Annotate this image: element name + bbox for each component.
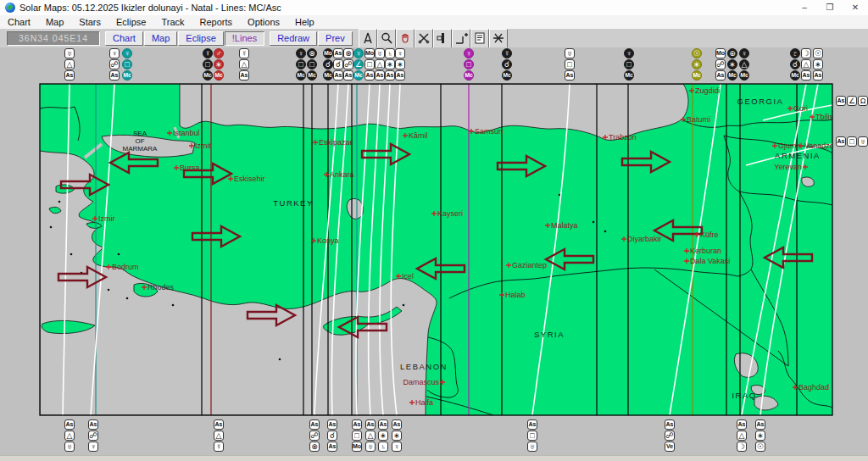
line-label-chip: As — [565, 70, 575, 81]
line-label-top: ♄∗As — [385, 48, 395, 81]
line-label-chip: ∗ — [385, 59, 395, 69]
line-label-chip: ♆ — [88, 442, 98, 452]
line-label-chip: ☉ — [813, 48, 823, 58]
menu-options[interactable]: Options — [240, 15, 287, 29]
pan-hand-icon-button[interactable] — [396, 29, 415, 48]
line-label-top: ♅△As — [375, 48, 385, 81]
city-name: Diyarbakir — [627, 235, 662, 243]
line-label-chip: As — [333, 48, 343, 58]
islet-dot — [118, 253, 120, 256]
city-name: Eskisehir — [234, 175, 265, 183]
menu-stars[interactable]: Stars — [71, 15, 108, 29]
clamp-icon-button[interactable] — [433, 29, 452, 48]
line-label-chip: As — [64, 419, 75, 430]
restore-button[interactable]: ❐ — [817, 1, 843, 15]
city-name: Baghdad — [798, 383, 829, 392]
zoom-icon-button[interactable] — [377, 29, 396, 48]
city-name: Izmir — [98, 214, 115, 223]
menu-chart[interactable]: Chart — [0, 15, 38, 29]
line-label-chip: As — [385, 70, 395, 81]
line-label-chip: As — [109, 70, 120, 81]
compass-icon — [361, 31, 375, 45]
city-name: Izmit — [195, 142, 211, 150]
line-label-chip: ♆ — [122, 48, 132, 58]
minimize-button[interactable]: – — [792, 1, 817, 15]
line-label-chip: Mc — [122, 70, 132, 81]
eclipse-button[interactable]: Eclipse — [178, 31, 223, 46]
line-label-chip: Mc — [464, 70, 474, 81]
city-damascus: Damascus — [403, 378, 445, 386]
line-label-chip: Mc — [624, 70, 634, 81]
line-label-chip: As — [737, 419, 747, 430]
menu-help[interactable]: Help — [287, 15, 322, 29]
line-label-chip: △ — [375, 59, 385, 69]
city-kerburan: Kerburan — [684, 247, 721, 255]
delete-cross-icon-button[interactable] — [489, 29, 508, 48]
cut-icon-button[interactable] — [415, 29, 433, 48]
line-label-bottom: As∗♀ — [392, 419, 402, 452]
lines-button[interactable]: !Lines — [225, 31, 264, 46]
line-label-chip: As — [836, 96, 846, 106]
line-label-chip: ☍ — [309, 430, 320, 441]
line-label-top: ♆□Mc — [624, 48, 634, 81]
city-name: Zugdidi — [695, 86, 721, 95]
line-label-chip: △ — [214, 430, 224, 441]
line-label-chip: ∗ — [214, 59, 224, 69]
line-label-chip: ∗ — [727, 59, 737, 69]
line-label-right: As□♅ — [836, 136, 868, 147]
line-label-chip: ⊗ — [309, 442, 320, 452]
line-label-chip: ♀ — [395, 48, 405, 58]
line-label-chip: △ — [801, 59, 811, 69]
city-name: Istanbul — [173, 129, 200, 137]
chart-button[interactable]: Chart — [105, 31, 143, 46]
line-label-chip: ♆ — [624, 48, 634, 58]
line-label-top: Mo☍As — [715, 48, 726, 81]
line-label-chip: □ — [527, 430, 537, 441]
line-label-top: ♅□As — [565, 48, 575, 81]
menu-reports[interactable]: Reports — [192, 15, 241, 29]
line-label-chip: ☍ — [109, 59, 120, 69]
city-name: Dala Vakasi — [690, 257, 730, 265]
line-label-chip: ☍ — [343, 59, 353, 69]
city-name: Haifa — [415, 398, 433, 407]
line-label-top: ☉∗As — [813, 48, 823, 81]
line-label-top: ♀△Mc — [739, 48, 749, 81]
islet-dot — [604, 230, 607, 233]
add-point-icon — [454, 31, 468, 45]
compass-icon-button[interactable] — [359, 29, 377, 48]
line-label-bottom: As☌As — [327, 419, 337, 452]
line-label-chip: ☍ — [88, 430, 98, 441]
line-label-bottom: As□Mo — [352, 419, 362, 452]
menu-track[interactable]: Track — [153, 15, 192, 29]
add-point-icon-button[interactable] — [452, 29, 470, 48]
line-label-chip: ∗ — [813, 59, 823, 69]
line-label-chip: As — [378, 419, 388, 430]
line-label-chip: As — [64, 70, 75, 81]
close-button[interactable]: ✕ — [843, 1, 868, 15]
line-label-right: As∠Ω — [836, 96, 868, 106]
window-title: Solar Maps: 05.12.2025 Ikizler dolunayi … — [19, 3, 281, 13]
line-label-chip: Mc — [296, 70, 306, 81]
menu-eclipse[interactable]: Eclipse — [108, 15, 153, 29]
line-label-chip: Mc — [692, 70, 702, 81]
islet-dot — [593, 221, 595, 224]
menu-map[interactable]: Map — [38, 15, 71, 29]
map-canvas[interactable]: IstanbulIzmitBursaEskisehirEskipazarAnka… — [0, 47, 868, 455]
report-page-icon-button[interactable] — [470, 29, 489, 48]
map-button[interactable]: Map — [144, 31, 177, 46]
line-label-chip: ♅ — [527, 442, 537, 452]
country-label: TURKEY — [273, 198, 314, 208]
line-label-chip: ♀ — [353, 48, 364, 58]
line-label-chip: ☌ — [327, 430, 337, 441]
line-label-chip: As — [527, 419, 537, 430]
city-gaziantep: Gaziantep — [506, 261, 547, 269]
city-baghdad: Baghdad — [793, 383, 829, 392]
line-label-chip: Mo — [323, 48, 333, 58]
line-label-top: ♇☌Mc — [790, 48, 800, 81]
redraw-button[interactable]: Redraw — [270, 31, 317, 46]
line-label-chip: ∗ — [755, 430, 765, 441]
line-label-chip: ♅ — [858, 136, 868, 147]
prev-button[interactable]: Prev — [318, 31, 353, 46]
title-bar: Solar Maps: 05.12.2025 Ikizler dolunayi … — [0, 0, 868, 16]
line-label-chip: ♅ — [64, 442, 75, 452]
